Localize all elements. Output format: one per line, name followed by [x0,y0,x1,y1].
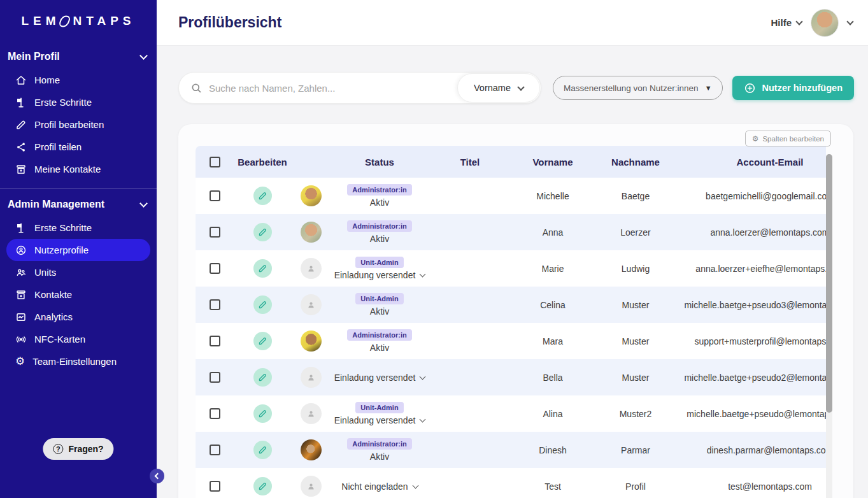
search-field-select[interactable]: Vorname [457,73,540,103]
user-avatar[interactable] [811,9,839,37]
status-text: Aktiv [370,234,389,244]
profile-photo-avatar [301,439,322,460]
sidebar-item-nfc-karten[interactable]: NFC-Karten [0,328,157,350]
questions-label: Fragen? [68,444,103,454]
row-checkbox[interactable] [210,445,220,455]
email-cell: anna.loerzer@lemontaps.com [678,227,826,238]
archive-icon [15,289,27,301]
gear-icon: ⚙ [752,135,759,143]
vorname-cell: Test [512,481,594,492]
edit-profile-button[interactable] [253,368,272,387]
person-icon [306,300,316,309]
row-checkbox[interactable] [210,336,220,346]
row-checkbox[interactable] [210,408,220,419]
sidebar-item-nutzerprofile[interactable]: Nutzerprofile [6,239,150,261]
table-row: Unit-AdminEinladung versendet Marie Ludw… [196,250,826,287]
placeholder-avatar [301,294,322,315]
status-chevron-icon[interactable] [420,373,426,380]
person-icon [306,481,316,491]
role-badge: Unit-Admin [355,402,403,413]
sidebar-section-mein-profil[interactable]: Mein Profil [0,45,157,69]
chevron-down-icon[interactable] [846,18,853,25]
chevron-down-icon [139,52,148,60]
row-checkbox[interactable] [210,263,220,274]
nachname-cell: Muster [594,300,678,310]
people-group-icon [15,267,27,278]
column-header-account-email: Account-Email [678,157,826,167]
email-cell: test@lemontaps.com [678,481,826,492]
edit-profile-button[interactable] [253,295,272,314]
status-chevron-icon[interactable] [420,271,426,278]
status-text: Einladung versendet [334,373,416,383]
edit-profile-button[interactable] [253,404,272,423]
search-input[interactable] [209,83,452,94]
sidebar-section-admin-management[interactable]: Admin Management [0,192,157,217]
row-checkbox[interactable] [210,299,220,310]
questions-button[interactable]: ? Fragen? [43,438,113,460]
sidebar-item-erste-schritte[interactable]: Erste Schritte [0,91,157,113]
add-user-label: Nutzer hinzufügen [762,83,843,93]
sidebar-item-label: Nutzerprofile [34,245,89,255]
nachname-cell: Profil [594,481,678,492]
pencil-icon [258,336,267,346]
sidebar-item-analytics[interactable]: Analytics [0,306,157,328]
selected-filter-label: Vorname [474,83,511,93]
help-menu[interactable]: Hilfe [771,17,802,28]
edit-profile-button[interactable] [253,223,272,241]
row-checkbox[interactable] [210,372,220,383]
sidebar-item-label: Home [34,75,60,85]
edit-profile-button[interactable] [253,477,272,495]
status-chevron-icon[interactable] [420,416,426,423]
edit-profile-button[interactable] [253,259,272,278]
vorname-cell: Bella [512,373,594,383]
sidebar-item-team-einstellungen[interactable]: ⚙ Team-Einstellungen [0,350,157,373]
status-chevron-icon[interactable] [412,482,418,488]
toolbar: Vorname Massenerstellung von Nutzer:inne… [178,72,854,104]
placeholder-avatar [301,367,322,388]
sidebar-item-home[interactable]: Home [0,69,157,91]
signpost-icon [15,97,27,108]
status-text: Nicht eingeladen [341,481,408,492]
edit-columns-button[interactable]: ⚙ Spalten bearbeiten [745,131,831,146]
row-checkbox[interactable] [210,481,220,492]
chevron-left-icon [155,473,161,480]
edit-profile-button[interactable] [253,187,272,205]
row-checkbox[interactable] [210,190,220,201]
role-badge: Unit-Admin [355,293,403,304]
bulk-create-label: Massenerstellung von Nutzer:innen [564,83,699,93]
vorname-cell: Dinesh [512,445,594,455]
vorname-cell: Celina [512,300,594,310]
email-cell: dinesh.parmar@lemontaps.com [678,445,826,455]
table-row: Nicht eingeladen Test Profil test@lemont… [196,468,826,498]
table-row: Unit-AdminEinladung versendet Alina Must… [196,395,826,432]
sidebar-item-admin-erste-schritte[interactable]: Erste Schritte [0,217,157,239]
gear-icon: ⚙ [15,356,25,367]
sidebar-item-label: Kontakte [34,289,72,300]
bulk-create-users-dropdown[interactable]: Massenerstellung von Nutzer:innen ▼ [553,76,723,100]
edit-profile-button[interactable] [253,441,272,459]
table-scrollbar-thumb[interactable] [826,154,832,413]
sidebar-item-units[interactable]: Units [0,261,157,283]
pencil-icon [15,119,27,131]
add-user-button[interactable]: Nutzer hinzufügen [732,76,854,100]
select-all-checkbox[interactable] [210,157,220,167]
table-scrollbar-track[interactable] [826,154,832,498]
person-icon [306,373,316,382]
email-cell: anna.loerzer+eiefhe@lemontaps.com [678,264,826,274]
share-icon [15,141,27,153]
pencil-icon [258,481,267,491]
status-text: Aktiv [370,343,389,353]
row-checkbox[interactable] [210,227,220,238]
profiles-table-card: ⚙ Spalten bearbeiten Bearbeiten Status T… [178,124,853,498]
edit-profile-button[interactable] [253,332,272,350]
column-header-status: Status [331,157,428,167]
sidebar-item-meine-kontakte[interactable]: Meine Kontakte [0,158,157,180]
sidebar-item-profil-teilen[interactable]: Profil teilen [0,136,157,158]
email-cell: michelle.baetge+pseudo@lemontaps.com [678,409,826,419]
profiles-table: Bearbeiten Status Titel Vorname Nachname… [196,146,826,498]
sidebar-collapse-button[interactable] [150,469,164,483]
topbar: Profilübersicht Hilfe [157,0,868,46]
sidebar-item-kontakte[interactable]: Kontakte [0,283,157,306]
sidebar-item-profil-bearbeiten[interactable]: Profil bearbeiten [0,113,157,136]
profile-photo-avatar [301,185,322,206]
